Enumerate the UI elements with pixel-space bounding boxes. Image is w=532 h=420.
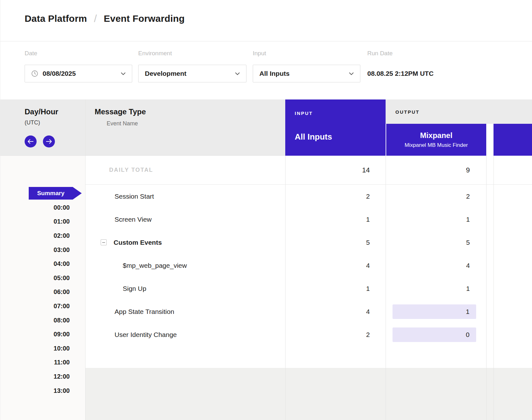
event-group: Custom Events bbox=[85, 231, 285, 254]
output-count: 4 bbox=[386, 254, 486, 277]
output-column-title: Mixpanel bbox=[420, 131, 452, 140]
event-name: Custom Events bbox=[114, 239, 162, 246]
table-row: App State Transition 4 1 bbox=[85, 300, 532, 323]
hour-row-label[interactable]: 00:00 bbox=[0, 201, 85, 215]
output-cell: 0 bbox=[386, 323, 486, 346]
event-name: $mp_web_page_view bbox=[85, 254, 285, 277]
event-name: Session Start bbox=[85, 185, 285, 208]
output-count: 1 bbox=[466, 308, 470, 315]
day-hour-unit: (UTC) bbox=[25, 119, 40, 126]
date-filter-label: Date bbox=[25, 50, 37, 57]
table-row: $mp_web_page_view 4 4 bbox=[85, 254, 532, 277]
input-column-header[interactable]: INPUT All Inputs bbox=[285, 99, 386, 156]
table-body: DAILY TOTAL 14 9 Session Start 2 2 Scree… bbox=[85, 156, 532, 368]
hour-row-label[interactable]: 09:00 bbox=[0, 327, 85, 341]
highlighted-output-cell: 0 bbox=[393, 327, 476, 342]
input-filter-dropdown[interactable]: All Inputs bbox=[253, 65, 360, 82]
summary-tab[interactable]: Summary bbox=[29, 187, 82, 200]
page-title: Event Forwarding bbox=[104, 13, 185, 24]
hour-row-label[interactable]: 13:00 bbox=[0, 384, 85, 398]
date-filter-dropdown[interactable]: 08/08/2025 bbox=[25, 65, 132, 82]
chevron-down-icon bbox=[349, 72, 354, 75]
hour-row-label[interactable]: 07:00 bbox=[0, 299, 85, 313]
input-column-kicker: INPUT bbox=[295, 111, 313, 116]
run-date-label: Run Date bbox=[367, 50, 393, 57]
grid-line bbox=[285, 156, 286, 420]
input-count: 4 bbox=[285, 300, 386, 323]
hour-list: 00:00 01:00 02:00 03:00 04:00 05:00 06:0… bbox=[0, 201, 85, 398]
event-name: App State Transition bbox=[85, 300, 285, 323]
date-filter-value: 08/08/2025 bbox=[43, 70, 117, 77]
day-navigation bbox=[25, 135, 55, 147]
chevron-down-icon bbox=[121, 72, 126, 75]
filter-bar: Date 08/08/2025 Environment Development … bbox=[0, 41, 532, 99]
hour-row-label[interactable]: 05:00 bbox=[0, 271, 85, 285]
input-count: 2 bbox=[285, 185, 386, 208]
environment-filter-value: Development bbox=[145, 70, 231, 77]
day-hour-column: Summary 00:00 01:00 02:00 03:00 04:00 05… bbox=[0, 156, 85, 420]
event-name: Sign Up bbox=[85, 277, 285, 300]
daily-total-input: 14 bbox=[285, 166, 386, 174]
daily-total-output: 9 bbox=[386, 166, 486, 174]
input-count: 1 bbox=[285, 277, 386, 300]
output-count: 1 bbox=[386, 277, 486, 300]
hour-row-label[interactable]: 08:00 bbox=[0, 313, 85, 327]
input-column-title: All Inputs bbox=[295, 132, 332, 142]
input-count: 5 bbox=[285, 231, 386, 254]
grid-line bbox=[486, 156, 487, 420]
run-date-value: 08.08.25 2:12PM UTC bbox=[367, 70, 434, 77]
hour-row-label[interactable]: 12:00 bbox=[0, 369, 85, 384]
clock-icon bbox=[31, 70, 38, 77]
input-filter-label: Input bbox=[253, 50, 266, 57]
hour-row-label[interactable]: 01:00 bbox=[0, 215, 85, 229]
input-count: 1 bbox=[285, 208, 386, 231]
event-forwarding-page: Data Platform / Event Forwarding Date 08… bbox=[0, 0, 532, 420]
environment-filter-label: Environment bbox=[138, 50, 172, 57]
environment-filter-dropdown[interactable]: Development bbox=[138, 65, 246, 82]
input-count: 4 bbox=[285, 254, 386, 277]
event-name-subheader: Event Name bbox=[107, 120, 138, 127]
event-name: User Identity Change bbox=[85, 323, 285, 346]
hour-row-label[interactable]: 11:00 bbox=[0, 356, 85, 370]
event-name: Screen View bbox=[85, 208, 285, 231]
prev-day-button[interactable] bbox=[25, 135, 37, 147]
column-gap bbox=[486, 124, 494, 156]
output-section-label: OUTPUT bbox=[395, 109, 420, 115]
hour-row-label[interactable]: 04:00 bbox=[0, 257, 85, 271]
collapse-icon[interactable] bbox=[101, 239, 107, 245]
output-count: 2 bbox=[386, 185, 486, 208]
next-output-column-header[interactable] bbox=[494, 124, 532, 156]
table-row: Session Start 2 2 bbox=[85, 185, 532, 208]
table-row: User Identity Change 2 0 bbox=[85, 323, 532, 346]
hour-row-label[interactable]: 02:00 bbox=[0, 229, 85, 243]
breadcrumb-separator: / bbox=[94, 13, 97, 25]
breadcrumb: Data Platform / Event Forwarding bbox=[0, 0, 532, 41]
day-hour-header: Day/Hour bbox=[25, 107, 58, 116]
input-count: 2 bbox=[285, 323, 386, 346]
table-footer-area bbox=[85, 368, 532, 420]
grid-line bbox=[494, 156, 494, 420]
breadcrumb-section[interactable]: Data Platform bbox=[25, 13, 87, 24]
output-column-subtitle: Mixpanel MB Music Finder bbox=[405, 142, 468, 148]
grid-line bbox=[386, 156, 386, 420]
next-day-button[interactable] bbox=[43, 135, 55, 147]
output-count: 5 bbox=[386, 231, 486, 254]
hour-row-label[interactable]: 03:00 bbox=[0, 243, 85, 257]
output-count: 0 bbox=[466, 331, 470, 339]
message-type-header: Message Type bbox=[95, 107, 146, 116]
table-header: Day/Hour (UTC) Message Type Event Name I… bbox=[0, 99, 532, 156]
daily-total-label: DAILY TOTAL bbox=[85, 167, 285, 173]
chevron-down-icon bbox=[235, 72, 240, 75]
daily-total-row: DAILY TOTAL 14 9 bbox=[85, 156, 532, 185]
output-cell: 1 bbox=[386, 300, 486, 323]
table-row: Screen View 1 1 bbox=[85, 208, 532, 231]
table-row: Sign Up 1 1 bbox=[85, 277, 532, 300]
input-filter-value: All Inputs bbox=[259, 70, 345, 77]
hour-row-label[interactable]: 10:00 bbox=[0, 341, 85, 356]
highlighted-output-cell: 1 bbox=[393, 304, 476, 319]
output-column-header[interactable]: Mixpanel Mixpanel MB Music Finder bbox=[386, 124, 486, 156]
output-count: 1 bbox=[386, 208, 486, 231]
table-row: Custom Events 5 5 bbox=[85, 231, 532, 254]
empty-row-space bbox=[85, 346, 532, 368]
hour-row-label[interactable]: 06:00 bbox=[0, 285, 85, 299]
